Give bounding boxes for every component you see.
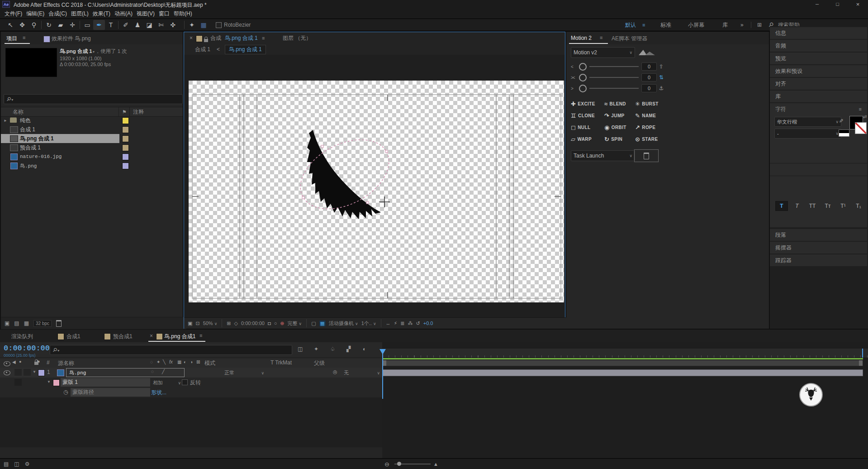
rotobezier-checkbox[interactable] (216, 22, 222, 28)
pingpong-icon[interactable]: ⇅ (657, 74, 666, 81)
maximize-button[interactable]: □ (827, 0, 848, 9)
timeline-zoom-knob[interactable] (397, 462, 401, 466)
default-fill-stroke-icon[interactable] (839, 129, 849, 137)
type-tool[interactable]: T (105, 20, 117, 30)
tab-render-queue[interactable]: 渲染队列 (11, 333, 33, 340)
zoom-tool[interactable]: ⚲ (28, 20, 40, 30)
superscript-button[interactable]: T¹ (837, 201, 849, 211)
close-button[interactable]: × (848, 0, 868, 9)
toggle-switches-icon[interactable]: ▤ (4, 461, 9, 467)
menu-layer[interactable]: 图层(L) (71, 10, 89, 18)
slider2-track[interactable] (589, 77, 639, 78)
mask-expander-icon[interactable]: ▼ (47, 380, 51, 384)
breadcrumb-back-icon[interactable]: < (217, 46, 220, 53)
label-swatch-lavender[interactable] (122, 153, 129, 160)
stroke-color-swatch[interactable] (855, 122, 867, 134)
index-column-icon[interactable]: # (47, 359, 50, 366)
label-swatch-lavender[interactable] (122, 163, 129, 169)
panel-paragraph[interactable]: 段落 (770, 229, 867, 241)
mask-path-value[interactable]: 形状... (151, 389, 166, 397)
work-area-start-handle[interactable] (383, 360, 386, 366)
project-row-precomp1[interactable]: 预合成 1 (1, 143, 183, 152)
layer1-mode-dropdown[interactable]: 正常 (222, 368, 267, 377)
stare-button[interactable]: ⊙STARE (635, 136, 658, 143)
solo-column-icon[interactable]: ● (19, 359, 21, 364)
menu-edit[interactable]: 编辑(E) (26, 10, 44, 18)
show-snapshot-icon[interactable]: ○ (274, 321, 277, 326)
rotate-tool[interactable]: ↻ (43, 20, 55, 30)
column-parent[interactable]: 父级 (314, 359, 325, 367)
mountains-icon[interactable] (638, 48, 656, 56)
selection-tool[interactable]: ↖ (5, 20, 16, 30)
video-column-icon[interactable] (4, 361, 10, 366)
slider1-track[interactable] (589, 66, 639, 67)
transparency-grid-icon[interactable]: ▦ (198, 20, 209, 30)
mask-visibility-icon[interactable]: ◇ (234, 321, 238, 326)
layer1-eye-icon[interactable] (4, 370, 10, 375)
layer1-label-swatch[interactable] (38, 369, 45, 376)
layer1-quality-icon[interactable]: ╱ (162, 369, 165, 374)
tab-comp1[interactable]: 合成1 (66, 333, 81, 340)
project-row-bird-png[interactable]: 鸟.png (1, 161, 183, 170)
motion-panel-menu-icon[interactable]: ≡ (600, 35, 602, 40)
slider1-value[interactable]: 0 (641, 62, 657, 71)
layer1-duration-bar[interactable] (382, 369, 863, 376)
column-label-icon[interactable]: ⚑ (122, 109, 127, 115)
small-caps-button[interactable]: Tт (821, 201, 834, 211)
mask-path-box[interactable]: 蒙版路径 (71, 388, 150, 397)
info-dropdown-icon[interactable] (92, 48, 95, 54)
pixel-aspect-icon[interactable]: ↔ (386, 321, 391, 326)
layer1-pickwhip-icon[interactable]: ◎ (333, 369, 337, 375)
timeline-panel-menu-icon[interactable]: ≡ (199, 333, 202, 338)
rope-button[interactable]: ↗ROPE (635, 124, 655, 131)
tab-project[interactable]: 项目 (6, 35, 17, 43)
menu-window[interactable]: 窗口 (159, 10, 170, 18)
snap-icon[interactable]: ✦ (186, 20, 198, 30)
shape-tool[interactable]: ▭ (81, 20, 93, 30)
name-button[interactable]: ✎NAME (635, 112, 656, 119)
font-family-dropdown[interactable]: 华文行楷 (774, 117, 841, 127)
stopwatch-icon[interactable]: ◷ (63, 389, 68, 395)
font-style-dropdown[interactable]: - (774, 129, 841, 139)
exposure-value[interactable]: +0.0 (423, 321, 433, 326)
project-panel-menu-icon[interactable]: ≡ (23, 35, 25, 40)
faux-bold-button[interactable]: T (775, 201, 788, 211)
current-timecode[interactable]: 0:00:00:00 (4, 344, 50, 353)
tab-ae-script-manager[interactable]: AE脚本 管理器 (612, 35, 647, 43)
workspace-library[interactable]: 库 (722, 21, 728, 29)
graph-editor-icon[interactable]: ◫ (14, 461, 19, 467)
work-area-end-handle[interactable] (859, 360, 863, 366)
panel-tracker[interactable]: 跟踪器 (770, 254, 867, 266)
lock-icon[interactable] (204, 39, 208, 42)
menu-help[interactable]: 帮助(H) (174, 10, 192, 18)
active-camera-dropdown[interactable]: 活动摄像机 (329, 320, 358, 327)
region-of-interest-icon[interactable]: ▢ (311, 321, 316, 326)
menu-view[interactable]: 视图(V) (137, 10, 155, 18)
workspace-default[interactable]: 默认 (625, 21, 636, 29)
view-layout-dropdown[interactable]: 1个.. (361, 320, 376, 327)
task-launch-dropdown[interactable]: Task Launch (571, 150, 635, 161)
character-panel-menu-icon[interactable]: ≡ (859, 106, 862, 112)
column-trkmat[interactable]: T TrkMat (270, 359, 292, 366)
motion-blur-switch-icon[interactable]: ◐ (184, 359, 186, 364)
workspace-menu-icon[interactable]: ≡ (642, 22, 645, 28)
pan-behind-tool[interactable]: ✛ (66, 20, 78, 30)
magnification-dropdown[interactable]: 50% (203, 321, 218, 326)
menu-file[interactable]: 文件(F) (5, 10, 22, 18)
fast-preview-icon[interactable]: ⚡ (394, 321, 398, 326)
column-source-name[interactable]: 源名称 (58, 359, 74, 367)
subscript-button[interactable]: T₁ (852, 201, 865, 211)
viewer-panel-menu-icon[interactable]: ≡ (262, 35, 265, 41)
project-row-nature-jpg[interactable]: nature-016.jpg (1, 152, 183, 161)
new-folder-icon[interactable]: ▤ (14, 320, 19, 326)
breadcrumb-parent[interactable]: 合成 1 (195, 46, 210, 53)
project-row-bird-comp-selected[interactable]: 鸟.png 合成 1 (1, 134, 183, 143)
timeline-tab-close-icon[interactable]: × (150, 333, 153, 339)
jump-button[interactable]: ↷JUMP (604, 112, 625, 119)
workspace-more-icon[interactable]: » (740, 22, 744, 28)
brush-tool[interactable]: ✐ (120, 20, 132, 30)
panel-align[interactable]: 对齐 (770, 78, 867, 90)
swap-fill-stroke-icon[interactable]: ⇄ (863, 114, 867, 119)
snapshot-icon[interactable]: ◘ (268, 321, 271, 326)
work-area-bar[interactable] (382, 360, 863, 366)
